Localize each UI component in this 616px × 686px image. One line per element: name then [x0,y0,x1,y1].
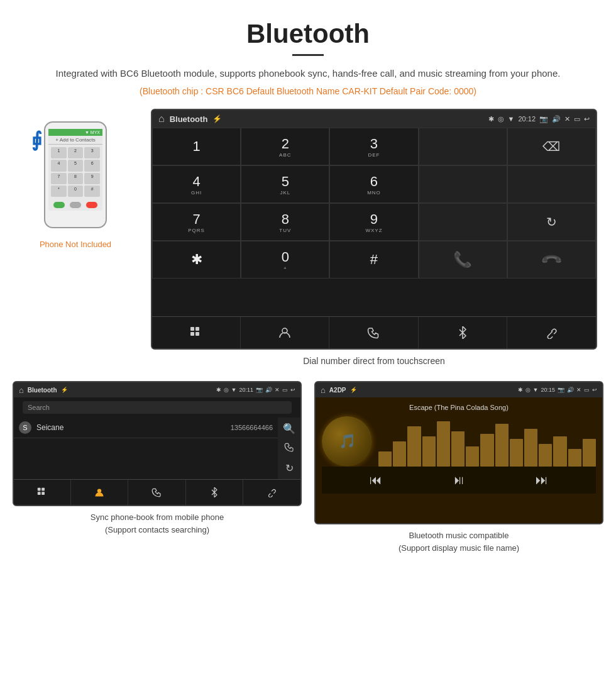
bluetooth-bottom-icon[interactable] [419,317,507,348]
pb-contacts-active-icon[interactable] [71,480,128,505]
music-close-icon: ✕ [576,387,581,393]
music-scr-icon: ▭ [584,387,590,393]
phone-icon[interactable] [329,317,418,348]
phone-area: ⨖ ▼ MYX + Add to Contacts 1 2 3 4 [13,109,138,249]
main-section: ⨖ ▼ MYX + Add to Contacts 1 2 3 4 [0,102,616,381]
prev-button[interactable]: ⏮ [370,473,382,487]
key-hash[interactable]: # [329,241,418,279]
vis-bar-2 [393,441,406,467]
screen-icon: ▭ [574,115,580,123]
camera-icon: 📷 [539,115,548,123]
phone-not-included-label: Phone Not Included [40,240,111,249]
vis-bar-7 [466,446,479,467]
pb-call-icon[interactable] [284,442,294,455]
pb-right-icons: 🔍 ↻ [278,418,300,479]
music-home-icon: ⌂ [321,385,326,395]
pb-scr-icon: ▭ [282,387,288,393]
pb-statusbar-left: ⌂ Bluetooth ⚡ [19,385,68,395]
vis-bar-13 [553,436,566,467]
contacts-icon[interactable] [241,317,329,348]
vis-bar-5 [437,421,450,467]
page-title: Bluetooth [38,19,578,49]
key-0[interactable]: 0+ [241,241,329,279]
end-call-button[interactable]: 📞 [507,241,596,279]
statusbar-right: ✱ ◎ ▼ 20:12 📷 🔊 ✕ ▭ ↩ [488,115,590,123]
music-cam-icon: 📷 [558,387,564,393]
vis-bar-1 [378,451,392,467]
svg-rect-1 [195,327,199,331]
end-call-button [70,202,81,208]
key-6: 6 [84,160,100,171]
svg-rect-7 [41,488,45,491]
phonebook-screen-wrapper: ⌂ Bluetooth ⚡ ✱ ◎ ▼ 20:11 📷 🔊 ✕ ▭ ↩ [13,381,302,554]
pb-close-icon: ✕ [275,387,280,393]
key-6[interactable]: 6MNO [329,165,418,203]
key-1[interactable]: 1 [152,128,241,165]
svg-rect-8 [38,492,41,495]
vis-bar-6 [451,431,465,467]
location-icon: ◎ [498,115,504,123]
contact-row[interactable]: S Seicane 13566664466 [14,418,278,438]
vis-bar-8 [480,434,493,467]
empty-r2c5 [507,165,596,203]
key-4[interactable]: 4GHI [152,165,241,203]
time-display: 20:12 [518,115,536,123]
dialer-grid: 1 2ABC 3DEF ⌫ 4GHI 5JKL [152,128,596,316]
pb-content-area: S Seicane 13566664466 🔍 ↻ [14,418,300,479]
pb-search-icon[interactable]: 🔍 [283,423,295,434]
phonebook-caption: Sync phone-book from mobile phone (Suppo… [13,511,302,536]
key-5[interactable]: 5JKL [241,165,329,203]
vis-bar-14 [568,449,581,467]
play-pause-button[interactable]: ⏯ [453,473,465,487]
pb-time: 20:11 [239,387,253,393]
key-7[interactable]: 7PQRS [152,203,241,241]
pb-loc-icon: ◎ [224,387,229,393]
pb-status-right: ✱ ◎ ▼ 20:11 📷 🔊 ✕ ▭ ↩ [216,387,295,393]
delete-button[interactable]: ⌫ [507,128,596,165]
vis-bar-11 [524,429,537,467]
volume-icon: 🔊 [552,115,561,123]
pb-usb-icon: ⚡ [61,387,68,393]
pb-sig-icon: ▼ [231,387,237,393]
call-button[interactable]: 📞 [419,241,507,279]
music-time: 20:15 [541,387,555,393]
key-star[interactable]: ✱ [152,241,241,279]
pb-cam-icon: 📷 [256,387,263,393]
vis-bar-9 [495,424,509,467]
signal-icon: ▼ [508,115,515,123]
key-2: 2 [68,147,84,158]
refresh-button[interactable]: ↻ [507,203,596,241]
pb-title: Bluetooth [28,387,57,394]
album-bt-icon: 🎵 [339,433,356,450]
music-back-icon: ↩ [592,387,597,393]
search-bar[interactable]: Search [23,401,292,414]
svg-point-10 [97,489,101,492]
key-9[interactable]: 9WXYZ [329,203,418,241]
usb-icon: ⚡ [212,114,222,123]
pb-vol-icon: 🔊 [265,387,272,393]
music-caption-line1: Bluetooth music compatible [409,531,509,540]
vis-bar-10 [510,439,523,467]
key-3: 3 [84,147,100,158]
pb-refresh-icon[interactable]: ↻ [285,462,294,474]
pb-caption-line2: (Support contacts searching) [105,525,209,534]
phone-body: ▼ MYX + Add to Contacts 1 2 3 4 5 6 7 8 … [44,121,107,228]
pb-grid-icon[interactable] [14,480,71,505]
pb-link-nav-icon[interactable] [243,480,300,505]
svg-rect-2 [190,332,194,336]
next-button[interactable]: ⏭ [536,473,548,487]
grid-icon[interactable] [152,317,241,348]
key-hash: # [84,185,100,197]
key-8[interactable]: 8TUV [241,203,329,241]
pb-bt-nav-icon[interactable] [186,480,243,505]
music-title: A2DP [329,387,346,394]
song-title: Escape (The Pina Colada Song) [409,404,509,411]
phone-bottom-buttons [48,199,102,211]
statusbar-left: ⌂ Bluetooth ⚡ [158,113,222,124]
phone-keypad: 1 2 3 4 5 6 7 8 9 * 0 # [48,145,102,199]
key-2[interactable]: 2ABC [241,128,329,165]
music-screen-wrapper: ⌂ A2DP ⚡ ✱ ◎ ▼ 20:15 📷 🔊 ✕ ▭ ↩ E [314,381,603,554]
link-icon[interactable] [507,317,596,348]
pb-phone-icon[interactable] [128,480,185,505]
key-3[interactable]: 3DEF [329,128,418,165]
